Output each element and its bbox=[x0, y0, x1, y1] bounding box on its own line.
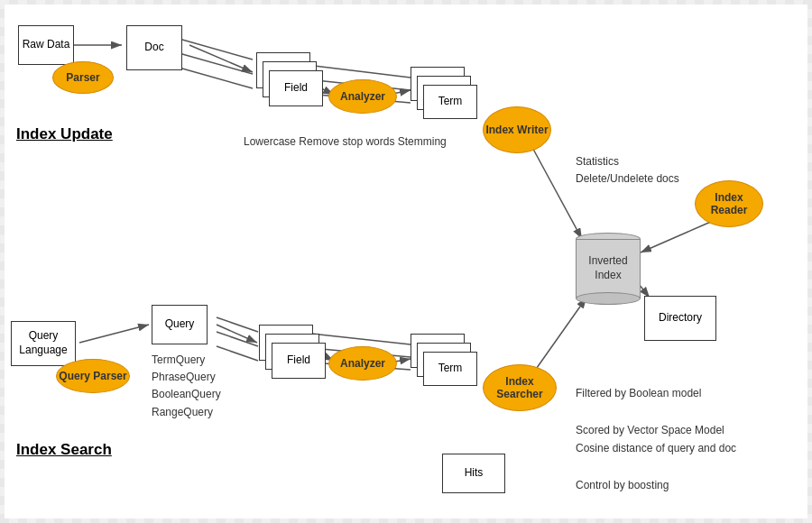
query-language-box: QueryLanguage bbox=[11, 321, 76, 366]
query-types-label: TermQueryPhraseQueryBooleanQueryRangeQue… bbox=[152, 352, 221, 421]
analyzer-top-oval: Analyzer bbox=[328, 79, 397, 114]
index-update-title: Index Update bbox=[16, 125, 113, 143]
hits-box: Hits bbox=[442, 454, 505, 493]
index-search-title: Index Search bbox=[16, 441, 112, 459]
field-top-box-3: Field bbox=[269, 70, 323, 106]
query-parser-oval: Query Parser bbox=[56, 359, 130, 393]
parser-oval: Parser bbox=[52, 61, 114, 94]
index-searcher-oval: Index Searcher bbox=[483, 364, 557, 411]
term-top-box-3: Term bbox=[423, 85, 477, 119]
analyzer-bottom-oval: Analyzer bbox=[328, 346, 397, 381]
term-bottom-box-3: Term bbox=[423, 352, 477, 386]
directory-box: Directory bbox=[644, 296, 716, 341]
field-bottom-box-3: Field bbox=[272, 343, 326, 379]
query-box: Query bbox=[152, 305, 208, 344]
index-reader-oval: Index Reader bbox=[695, 180, 763, 227]
doc-box: Doc bbox=[126, 25, 182, 70]
diagram-container: Index Update Index Search Raw Data Doc F… bbox=[0, 0, 812, 523]
raw-data-box: Raw Data bbox=[18, 25, 74, 65]
index-writer-oval: Index Writer bbox=[483, 106, 551, 153]
searcher-notes-label: Filtered by Boolean model Scored by Vect… bbox=[576, 384, 736, 494]
index-writer-notes: Lowercase Remove stop words Stemming bbox=[244, 133, 447, 150]
index-reader-notes: StatisticsDelete/Undelete docs bbox=[576, 153, 679, 188]
inverted-index-cylinder: InvertedIndex bbox=[576, 233, 641, 305]
